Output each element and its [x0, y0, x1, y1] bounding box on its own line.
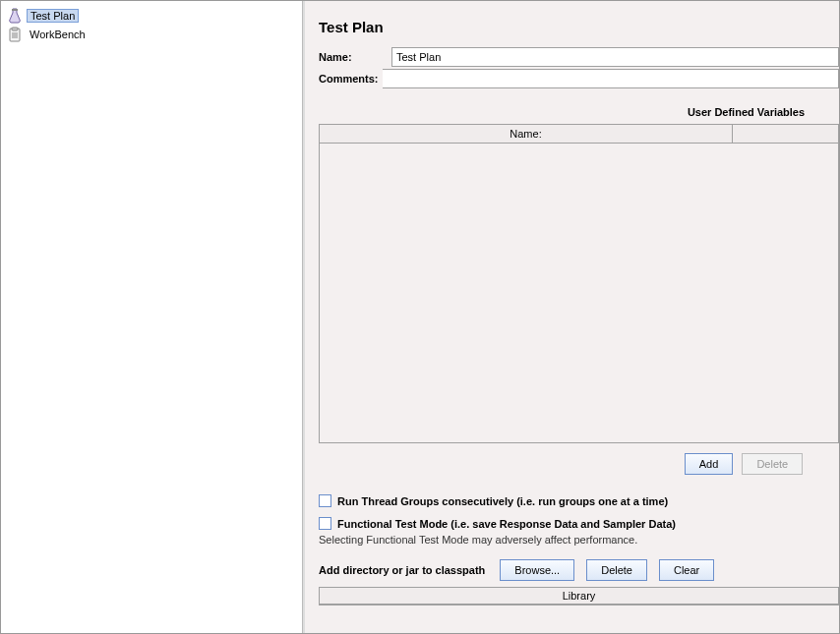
name-input[interactable]: [391, 47, 839, 67]
comments-input[interactable]: [383, 69, 839, 88]
consecutive-label: Run Thread Groups consecutively (i.e. ru…: [337, 495, 668, 507]
vars-table-header: Name:: [320, 125, 838, 144]
panel-title: Test Plan: [319, 19, 839, 35]
col-value[interactable]: [733, 125, 838, 143]
library-header[interactable]: Library: [320, 588, 838, 605]
col-name[interactable]: Name:: [320, 125, 733, 143]
checkbox-icon[interactable]: [319, 494, 331, 507]
checkbox-icon[interactable]: [319, 517, 331, 530]
comments-label: Comments:: [319, 73, 379, 85]
flask-icon: [7, 8, 23, 24]
functional-row[interactable]: Functional Test Mode (i.e. save Response…: [319, 517, 839, 530]
svg-rect-2: [12, 28, 18, 30]
tree-sidebar: Test Plan WorkBench: [1, 1, 303, 633]
vars-buttons: Add Delete: [319, 453, 839, 475]
library-table: Library: [319, 587, 839, 605]
add-button[interactable]: Add: [685, 453, 734, 475]
classpath-row: Add directory or jar to classpath Browse…: [319, 559, 839, 581]
name-row: Name:: [319, 47, 839, 67]
svg-rect-0: [12, 9, 18, 11]
comments-row: Comments:: [319, 69, 839, 88]
delete-classpath-button[interactable]: Delete: [586, 559, 647, 581]
main-panel: Test Plan Name: Comments: User Defined V…: [303, 1, 839, 633]
clear-button[interactable]: Clear: [659, 559, 714, 581]
consecutive-row[interactable]: Run Thread Groups consecutively (i.e. ru…: [319, 494, 839, 507]
delete-button: Delete: [742, 453, 803, 475]
name-label: Name:: [319, 51, 391, 63]
classpath-label: Add directory or jar to classpath: [319, 564, 485, 576]
vars-header: User Defined Variables: [653, 106, 839, 118]
tree-item-testplan[interactable]: Test Plan: [5, 7, 298, 25]
tree-label: Test Plan: [27, 9, 79, 23]
functional-hint: Selecting Functional Test Mode may adver…: [319, 534, 839, 546]
functional-label: Functional Test Mode (i.e. save Response…: [337, 518, 676, 530]
main-window: Test Plan WorkBench Test Plan Name: Comm…: [0, 0, 840, 634]
vars-table: Name:: [319, 124, 839, 443]
browse-button[interactable]: Browse...: [500, 559, 574, 581]
tree-label: WorkBench: [27, 28, 89, 41]
clipboard-icon: [7, 27, 23, 42]
tree-item-workbench[interactable]: WorkBench: [5, 26, 298, 43]
